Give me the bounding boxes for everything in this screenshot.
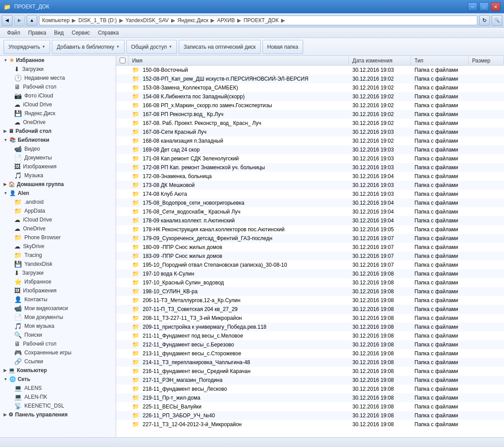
organize-button[interactable]: Упорядочить ▼ — [4, 40, 50, 54]
col-header-name[interactable]: Имя — [129, 56, 349, 65]
sidebar-item-searches[interactable]: 🔍 Поиски — [0, 330, 116, 339]
sidebar-item-downloads[interactable]: ⬇ Загрузки — [0, 65, 116, 74]
table-row[interactable]: 📁 208-11_ТЗ-227-11_ТЗ_3-ий Микрорайон 30… — [116, 314, 504, 323]
table-row[interactable]: 📁 173-08 ДК Мешковой 30.12.2016 19:03 Па… — [116, 181, 504, 190]
menu-edit[interactable]: Правка — [25, 29, 50, 37]
table-row[interactable]: 📁 176-08_Сети_водоснабж_ Красный Луч 30.… — [116, 207, 504, 216]
table-row[interactable]: 📁 166-08 РП_х.Маркин_скорр.по замеч.Госэ… — [116, 101, 504, 110]
table-row[interactable]: 📁 207-11-П_ТЗ_Советская 204 кв_27_29 30.… — [116, 305, 504, 314]
sidebar-item-skydrive[interactable]: ☁ SkyDrive — [0, 242, 116, 251]
table-row[interactable]: 📁 174-08 Клуб Аюта 30.12.2016 19:03 Папк… — [116, 190, 504, 198]
col-header-size[interactable]: Размер — [469, 56, 504, 65]
table-row[interactable]: 📁 197-10_Красный Сулин_водовод 30.12.201… — [116, 278, 504, 287]
table-row[interactable]: 📁 152-08-РП_Кап_рем_ДШ искуств-п.ПЕРСИЯН… — [116, 74, 504, 83]
table-row[interactable]: 📁 150-08-Восточный 30.12.2016 19:03 Папк… — [116, 66, 504, 74]
burn-button[interactable]: Записать на оптический диск — [179, 40, 261, 54]
sidebar-item-my-docs[interactable]: 📄 Мои документы — [0, 313, 116, 322]
desktop-header[interactable]: ▶ 🖥 Рабочий стол — [0, 127, 116, 136]
table-row[interactable]: 📁 154-08 К.Либкнехта пос Западный(скорр)… — [116, 92, 504, 101]
table-row[interactable]: 📁 179-09_Сухореченск_детсад_Френтий_ГАЗ-… — [116, 234, 504, 243]
menu-file[interactable]: Файл — [4, 29, 24, 37]
table-row[interactable]: 📁 225-11_ВЕСЫ_Валуйки 30.12.2016 19:08 П… — [116, 402, 504, 411]
close-button[interactable]: ✕ — [491, 2, 500, 11]
sidebar-item-alens[interactable]: 💻 ALENS — [0, 384, 116, 393]
sidebar-item-images2[interactable]: 🖼 Изображения — [0, 286, 116, 295]
search-button[interactable]: 🔍 — [492, 15, 502, 26]
table-row[interactable]: 📁 212-11_Фундамент весы_с.Березово 30.12… — [116, 340, 504, 349]
table-row[interactable]: 📁 226-11_РП_ЗАБОР_УЧ_№40 30.12.2016 19:0… — [116, 411, 504, 420]
sidebar-item-appdata[interactable]: 📁 AppData — [0, 206, 116, 215]
refresh-button[interactable]: ↻ — [479, 15, 490, 26]
table-row[interactable]: 📁 211-11_Фундамент под весы_с.Меловое 30… — [116, 331, 504, 340]
table-row[interactable]: 📁 216-11_фундамент весы_Средний Карачан … — [116, 367, 504, 376]
table-row[interactable]: 📁 206-11-ТЗ_Металлургов,12-а_Кр.Сулин 30… — [116, 296, 504, 305]
up-button[interactable]: ▲ — [27, 15, 37, 26]
table-row[interactable]: 📁 172-08-Знаменка, больница 30.12.2016 1… — [116, 172, 504, 181]
table-row[interactable]: 📁 217-11_РЭН_магазин_Погодина 30.12.2016… — [116, 376, 504, 385]
favorites-header[interactable]: ▼ ★ Избранное — [0, 56, 116, 65]
sidebar-item-icloud-photo[interactable]: 📷 Фото iCloud — [0, 91, 116, 100]
table-row[interactable]: 📁 172-08 РП Кап. ремонт Знаменской уч. б… — [116, 163, 504, 172]
table-row[interactable]: 📁 209-11_пристройка к универмагу_Победа.… — [116, 323, 504, 331]
table-row[interactable]: 📁 213-11_фундамент весы_с.Сторожевое 30.… — [116, 349, 504, 358]
sidebar-item-my-videos[interactable]: 📹 Мои видеозаписи — [0, 304, 116, 313]
table-row[interactable]: 📁 218-11_фундамент весы_Лесково 30.12.20… — [116, 385, 504, 393]
menu-service[interactable]: Сервис — [68, 29, 94, 37]
sidebar-item-favorites2[interactable]: ⭐ Избранное — [0, 277, 116, 286]
homegroup-header[interactable]: ▶ 🏠 Домашняя группа — [0, 180, 116, 189]
sidebar-item-my-music[interactable]: 🎵 Моя музыка — [0, 322, 116, 330]
sidebar-item-desktop[interactable]: 🖥 Рабочий стол — [0, 82, 116, 91]
table-row[interactable]: 📁 175-08_Водопров_сети_новогригорьевка 3… — [116, 198, 504, 207]
forward-button[interactable]: ▶ — [14, 15, 25, 26]
sidebar-item-saved-games[interactable]: 🎮 Сохраненные игры — [0, 348, 116, 357]
sidebar-item-icloud-drive2[interactable]: ☁ iCloud Drive — [0, 215, 116, 224]
new-folder-button[interactable]: Новая папка — [262, 40, 303, 54]
table-row[interactable]: 📁 183-09 -ППР Снос жилых домов 30.12.201… — [116, 252, 504, 260]
sidebar-item-images[interactable]: 🖼 Изображения — [0, 162, 116, 171]
sidebar-item-icloud-drive[interactable]: ☁ iCloud Drive — [0, 100, 116, 109]
network-header[interactable]: ▼ 🌐 Сеть — [0, 375, 116, 384]
alen-header[interactable]: ▼ 👤 Alen — [0, 189, 116, 198]
maximize-button[interactable]: □ — [479, 2, 489, 11]
sidebar-item-alen-pc[interactable]: 💻 ALEN-ПК — [0, 393, 116, 401]
sidebar-item-recent[interactable]: 🕐 Недавние места — [0, 74, 116, 82]
control-panel-header[interactable]: ▶ ⚙ Панель управления — [0, 410, 116, 419]
col-header-type[interactable]: Тип — [411, 56, 469, 65]
table-row[interactable]: 📁 219-11_Пр-т_жил-дома 30.12.2016 19:08 … — [116, 393, 504, 402]
table-row[interactable]: 📁 169-08 Дет сад 24 скор 30.12.2016 19:0… — [116, 145, 504, 154]
table-row[interactable]: 📁 178-НК Реконструкция канал.коллекторов… — [116, 225, 504, 234]
table-row[interactable]: 📁 167-08 РП Реконстр.вод_ Кр.Луч 30.12.2… — [116, 110, 504, 119]
share-button[interactable]: Общий доступ ▼ — [126, 40, 177, 54]
computer-header[interactable]: ▶ 💻 Компьютер — [0, 366, 116, 375]
menu-help[interactable]: Справка — [94, 29, 122, 37]
sidebar-item-yandexdisk[interactable]: 💾 YandexDisk — [0, 260, 116, 268]
sidebar-item-phone-browser[interactable]: 📁 Phone Browser — [0, 233, 116, 242]
sidebar-item-android[interactable]: 📁 .android — [0, 198, 116, 206]
col-header-checkbox[interactable] — [116, 56, 129, 65]
libraries-header[interactable]: ▼ 📚 Библиотеки — [0, 136, 116, 144]
col-header-date[interactable]: Дата изменения — [349, 56, 411, 65]
sidebar-item-links[interactable]: 🔗 Ссылки — [0, 357, 116, 366]
sidebar-item-desktop2[interactable]: 🖥 Рабочий стол — [0, 339, 116, 348]
table-row[interactable]: 📁 167-08-Сети Красный Луч 30.12.2016 19:… — [116, 128, 504, 136]
sidebar-item-documents[interactable]: 📄 Документы — [0, 153, 116, 162]
table-row[interactable]: 📁 180-09 -ППР Снос жилых домов 30.12.201… — [116, 243, 504, 252]
table-row[interactable]: 📁 168-08 канализация п.Западный 30.12.20… — [116, 136, 504, 145]
table-row[interactable]: 📁 195-10_Породний отвал Степановская (за… — [116, 260, 504, 269]
menu-view[interactable]: Вид — [51, 29, 67, 37]
sidebar-item-onedrive[interactable]: ☁ OneDrive — [0, 118, 116, 127]
table-row[interactable]: 📁 167-08. Раб. Проект. Реконстр_вод_ Кра… — [116, 119, 504, 128]
sidebar-item-yandex-disk[interactable]: 💾 Яндекс.Диск — [0, 109, 116, 118]
table-row[interactable]: 📁 171-08 Кап.ремонт СДК Зеленолугский 30… — [116, 154, 504, 163]
minimize-button[interactable]: ─ — [468, 2, 477, 11]
sidebar-item-keenetic[interactable]: 📡 KEENETIC_DSL — [0, 401, 116, 410]
table-row[interactable]: 📁 214-11_ТЗ_перепланировка_Чаплыгина-48 … — [116, 358, 504, 367]
table-row[interactable]: 📁 153-08-Замена_Коллектора_САМБЕК) 30.12… — [116, 83, 504, 92]
address-path[interactable]: Компьютер ▶ DISK_1_TB (D:) ▶ YandexDISK_… — [39, 16, 477, 25]
sidebar-item-tracing[interactable]: 📁 Tracing — [0, 251, 116, 260]
sidebar-item-video[interactable]: 📹 Видео — [0, 144, 116, 153]
table-row[interactable]: 📁 227-11_ТЗ_12-04-2012-3-й_Микрорайон 30… — [116, 420, 504, 429]
back-button[interactable]: ◀ — [2, 15, 12, 26]
sidebar-item-downloads2[interactable]: ⬇ Загрузки — [0, 268, 116, 277]
sidebar-item-onedrive2[interactable]: ☁ OneDrive — [0, 224, 116, 233]
